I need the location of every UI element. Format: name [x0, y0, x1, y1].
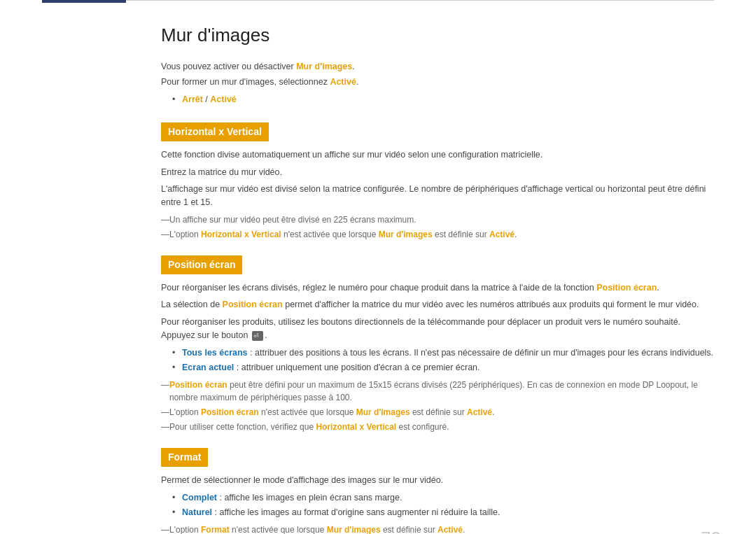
horizontal-note2: L'option Horizontal x Vertical n'est act… [161, 228, 714, 241]
horizontal-note1: Un affiche sur mur vidéo peut être divis… [161, 213, 714, 226]
link-hxv-note: Horizontal x Vertical [201, 230, 281, 239]
position-body3: Pour réorganiser les produits, utilisez … [161, 316, 714, 343]
section-heading-position: Position écran [161, 255, 242, 274]
position-bullet-list: Tous les écrans : attribuer des position… [172, 346, 714, 374]
link-position-note1: Position écran [169, 380, 227, 390]
link-position-2: Position écran [223, 300, 283, 309]
format-bullet-2: Naturel : affiche les images au format d… [172, 506, 714, 519]
link-active-note2: Activé [467, 407, 492, 417]
link-mur-note: Mur d'images [379, 230, 433, 239]
page-title: Mur d'images [161, 22, 714, 49]
format-bullet-1: Complet : affiche les images en plein éc… [172, 491, 714, 505]
intro-line1: Vous pouvez activer ou désactiver Mur d'… [161, 60, 714, 73]
complet-link: Complet [182, 493, 217, 503]
link-mur-images-1: Mur d'images [296, 62, 352, 71]
intro-bullet-item: Arrêt / Activé [172, 93, 714, 106]
link-position-note2: Position écran [201, 407, 259, 417]
main-content: Mur d'images Vous pouvez activer ou désa… [0, 1, 756, 534]
link-active-note3: Activé [438, 525, 463, 534]
section-heading-format: Format [161, 448, 208, 467]
link-mur-note2: Mur d'images [356, 407, 410, 417]
arret-link: Arrêt [182, 94, 203, 104]
position-body1: Pour réorganiser les écrans divisés, rég… [161, 281, 714, 295]
page: Mur d'images Vous pouvez activer ou désa… [0, 0, 756, 534]
link-active-1: Activé [330, 77, 356, 87]
naturel-link: Naturel [182, 507, 212, 517]
tous-ecrans-link: Tous les écrans [182, 348, 248, 358]
position-bullet-1: Tous les écrans : attribuer des position… [172, 346, 714, 360]
link-hxv-note2: Horizontal x Vertical [316, 422, 396, 432]
intro-bullet-list: Arrêt / Activé [172, 93, 714, 106]
format-body1: Permet de sélectionner le mode d'afficha… [161, 474, 714, 487]
horizontal-body3: L'affichage sur mur vidéo est divisé sel… [161, 183, 714, 210]
page-number: 73 [701, 525, 721, 534]
ecran-actuel-link: Ecran actuel [182, 363, 234, 372]
format-bullet-list: Complet : affiche les images en plein éc… [172, 491, 714, 519]
section-heading-horizontal: Horizontal x Vertical [161, 122, 269, 141]
horizontal-body1: Cette fonction divise automatiquement un… [161, 148, 714, 162]
format-note1: L'option Format n'est activée que lorsqu… [161, 524, 714, 534]
enter-icon [252, 331, 263, 341]
link-format-note: Format [201, 525, 230, 534]
accent-bar [42, 0, 126, 3]
position-note1: Position écran peut être défini pour un … [161, 379, 714, 404]
link-active-note: Activé [489, 230, 514, 239]
active-link: Activé [210, 94, 237, 104]
position-note3: Pour utiliser cette fonction, vérifiez q… [161, 421, 714, 433]
position-body2: La sélection de Position écran permet d'… [161, 298, 714, 311]
link-mur-note3: Mur d'images [327, 525, 381, 534]
horizontal-body2: Entrez la matrice du mur vidéo. [161, 166, 714, 179]
position-bullet-2: Ecran actuel : attribuer uniquement une … [172, 361, 714, 374]
intro-line2: Pour former un mur d'images, sélectionne… [161, 76, 714, 89]
link-position-1: Position écran [596, 283, 657, 293]
position-note2: L'option Position écran n'est activée qu… [161, 406, 714, 419]
